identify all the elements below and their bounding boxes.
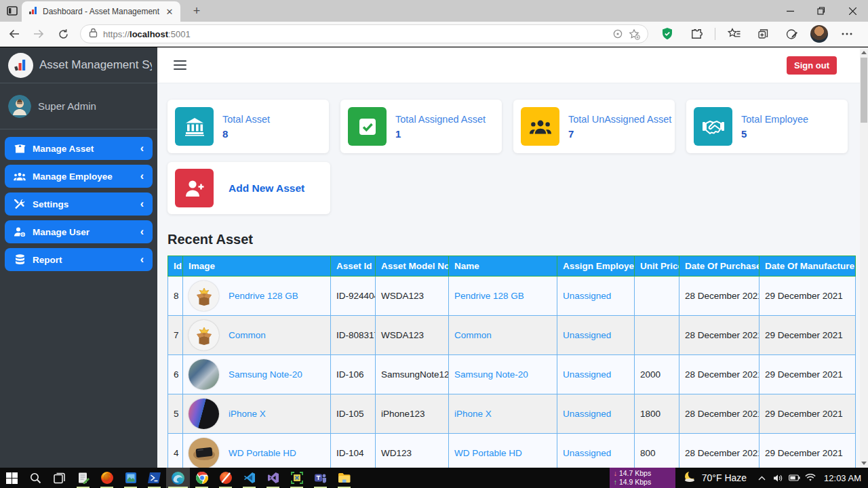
- table-row: 5iPhone XID-105iPhone123iPhone XUnassign…: [168, 394, 856, 434]
- main-area: Sign out Total Asset8Total Assigned Asse…: [157, 47, 868, 468]
- taskbar-search-icon[interactable]: [24, 468, 47, 488]
- taskbar-photos-icon[interactable]: [119, 468, 142, 488]
- taskbar-vscode-icon[interactable]: [237, 468, 261, 488]
- asset-name-link[interactable]: Samsung Note-20: [454, 369, 528, 380]
- cell-image: Pendrive 128 GB: [183, 277, 331, 316]
- taskbar-visual-studio-icon[interactable]: [261, 468, 285, 488]
- asset-name-link[interactable]: WD Portable HD: [454, 448, 522, 458]
- sidebar-item-manage-user[interactable]: Manage User‹: [5, 220, 153, 243]
- favorites-hub-icon[interactable]: [725, 24, 744, 43]
- cell-model-no: iPhone123: [376, 394, 449, 434]
- sign-out-button[interactable]: Sign out: [787, 56, 837, 75]
- sidebar-menu: Manage Asset‹Manage Employee‹Settings‹Ma…: [0, 129, 157, 283]
- clock[interactable]: 12:03 AM: [818, 468, 868, 488]
- cell-id: 5: [168, 394, 183, 434]
- wifi-icon[interactable]: [802, 468, 818, 488]
- cell-model-no: WSDA123: [376, 277, 449, 316]
- cell-name: WD Portable HD: [449, 434, 557, 468]
- taskbar-file-explorer-icon[interactable]: [332, 468, 356, 488]
- taskbar-opera-icon[interactable]: [214, 468, 237, 488]
- cell-asset-id: ID-924404: [331, 277, 376, 316]
- asset-image-link[interactable]: Pendrive 128 GB: [229, 291, 298, 301]
- extensions-icon[interactable]: [686, 24, 705, 43]
- asset-image-link[interactable]: Common: [229, 330, 266, 340]
- more-icon[interactable]: [837, 24, 856, 43]
- moon-icon: [684, 471, 697, 485]
- assign-employee-link[interactable]: Unassigned: [563, 448, 611, 458]
- window-maximize-button[interactable]: [806, 0, 837, 22]
- new-tab-button[interactable]: +: [190, 4, 203, 18]
- scrollbar-down-icon[interactable]: [860, 458, 868, 468]
- taskbar-edge-icon[interactable]: [166, 468, 190, 488]
- stat-card-title: Total UnAssigned Asset: [568, 114, 671, 125]
- weather-widget[interactable]: 70°F Haze: [675, 468, 753, 488]
- web-capture-icon[interactable]: [782, 24, 801, 43]
- net-speed-monitor[interactable]: ↓ 14.7 Kbps ↑ 14.9 Kbps: [610, 468, 675, 488]
- window-close-button[interactable]: [837, 0, 868, 22]
- page-scrollbar[interactable]: [860, 47, 868, 468]
- cell-image: Samsung Note-20: [183, 355, 331, 394]
- stat-card-value: 5: [741, 128, 808, 140]
- add-new-asset-card[interactable]: Add New Asset: [167, 162, 330, 214]
- taskbar-windows-start-icon[interactable]: [0, 468, 24, 488]
- assign-employee-link[interactable]: Unassigned: [563, 330, 611, 340]
- hamburger-menu-icon[interactable]: [174, 58, 186, 73]
- tab-actions-menu-icon[interactable]: [6, 5, 18, 17]
- cell-purchase-date: 28 December 2021: [679, 277, 760, 316]
- stat-card-value: 7: [568, 128, 671, 140]
- cell-assign-employee: Unassigned: [557, 355, 635, 394]
- assign-employee-link[interactable]: Unassigned: [563, 409, 611, 419]
- chevron-left-icon: ‹: [140, 143, 144, 154]
- stat-card-value: 8: [222, 128, 270, 140]
- asset-image-link[interactable]: WD Portable HD: [229, 448, 296, 458]
- user-name: Super Admin: [38, 100, 96, 112]
- back-icon[interactable]: [4, 24, 24, 44]
- cell-name: Samsung Note-20: [449, 355, 557, 394]
- taskbar-firefox-icon[interactable]: [95, 468, 119, 488]
- tab-close-icon[interactable]: ✕: [164, 6, 175, 17]
- cell-manufacture-date: 29 December 2021: [760, 277, 856, 316]
- tray-chevron-up-icon[interactable]: [753, 468, 770, 488]
- sidebar-item-manage-asset[interactable]: Manage Asset‹: [5, 137, 153, 160]
- user-panel[interactable]: Super Admin: [0, 83, 157, 129]
- asset-image-link[interactable]: iPhone X: [229, 409, 266, 419]
- asset-image-link[interactable]: Samsung Note-20: [229, 369, 302, 380]
- assign-employee-link[interactable]: Unassigned: [563, 369, 611, 380]
- profile-avatar[interactable]: [810, 25, 828, 43]
- asset-name-link[interactable]: iPhone X: [454, 409, 492, 419]
- asset-name-link[interactable]: Pendrive 128 GB: [454, 291, 524, 301]
- browser-tab[interactable]: Dashboard - Asset Management ✕: [22, 1, 180, 22]
- taskbar-notepad-icon[interactable]: [71, 468, 95, 488]
- brand[interactable]: Asset Management Sys: [0, 47, 157, 83]
- address-bar[interactable]: https://localhost:5001: [80, 24, 648, 43]
- cell-unit-price: [635, 277, 679, 316]
- scrollbar-thumb[interactable]: [861, 58, 867, 123]
- volume-icon[interactable]: [770, 468, 786, 488]
- send-to-devices-icon[interactable]: [610, 26, 626, 42]
- taskbar-task-view-icon[interactable]: [47, 468, 71, 488]
- refresh-icon[interactable]: [53, 24, 73, 44]
- tab-title: Dashboard - Asset Management: [43, 7, 164, 16]
- sidebar-item-report[interactable]: Report‹: [5, 248, 153, 271]
- sidebar-item-settings[interactable]: Settings‹: [5, 192, 153, 216]
- browser-titlebar: Dashboard - Asset Management ✕ +: [0, 0, 868, 22]
- asset-name-link[interactable]: Common: [454, 330, 492, 340]
- cell-id: 8: [168, 277, 183, 316]
- taskbar-powershell-icon[interactable]: [142, 468, 166, 488]
- sidebar-item-manage-employee[interactable]: Manage Employee‹: [5, 165, 153, 188]
- battery-icon[interactable]: [786, 468, 802, 488]
- collections-icon[interactable]: [753, 24, 772, 43]
- taskbar-teams-icon[interactable]: [309, 468, 332, 488]
- sidebar-item-label: Settings: [33, 199, 68, 209]
- scrollbar-up-icon[interactable]: [860, 47, 868, 57]
- window-minimize-button[interactable]: [774, 0, 806, 22]
- cell-unit-price: [635, 316, 679, 355]
- taskbar-chrome-icon[interactable]: [190, 468, 214, 488]
- lock-icon: [89, 28, 98, 41]
- cell-unit-price: 2000: [635, 355, 679, 394]
- assign-employee-link[interactable]: Unassigned: [563, 291, 611, 301]
- shield-icon[interactable]: [658, 24, 677, 43]
- forward-icon[interactable]: [28, 24, 49, 44]
- taskbar-sharex-icon[interactable]: [285, 468, 309, 488]
- favorite-add-icon[interactable]: [626, 26, 642, 42]
